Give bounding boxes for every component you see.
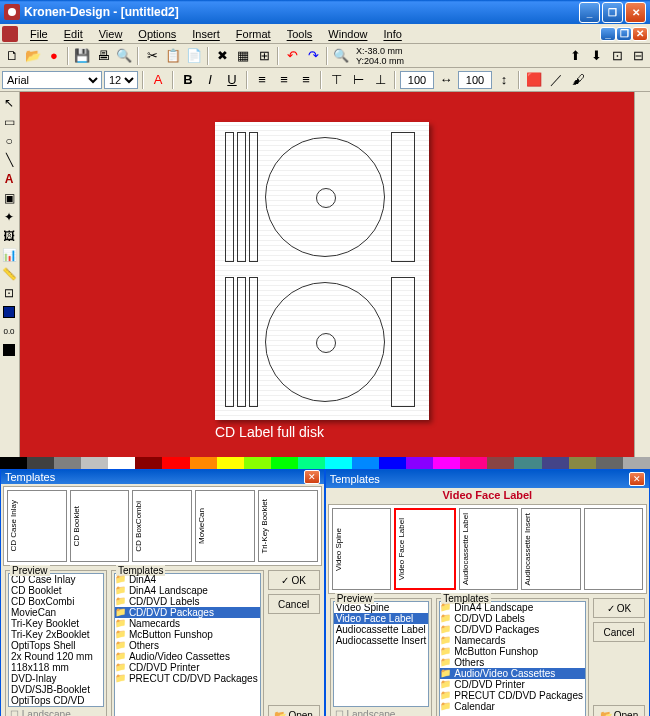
dialog2-cancel-button[interactable]: Cancel [593,622,645,642]
thumbnail-item[interactable]: CD BoxCombi [132,490,192,562]
thumbnail-item[interactable] [584,508,643,590]
dialog2-templates-tree[interactable]: DinA4 LandscapeCD/DVD LabelsCD/DVD Packa… [439,601,586,716]
list-item[interactable]: OptiTops Shell [9,640,103,651]
tree-item[interactable]: CD/DVD Labels [440,613,585,624]
menu-info[interactable]: Info [375,26,409,42]
bold-button[interactable]: B [178,70,198,90]
list-item[interactable]: OptiTops CD/VD [9,695,103,706]
save-button[interactable]: 💾 [72,46,92,66]
color-palette-strip[interactable] [0,457,650,469]
rect-tool[interactable]: ▭ [0,113,18,131]
dialog2-preview-list[interactable]: Video SpineVideo Face LabelAudiocassette… [333,601,430,707]
tree-item[interactable]: McButton Funshop [115,629,260,640]
list-item[interactable]: DVD-Inlay [9,673,103,684]
list-item[interactable]: CD BoxCombi [9,596,103,607]
dialog1-ok-button[interactable]: ✓ OK [268,570,320,590]
menu-insert[interactable]: Insert [184,26,228,42]
align-left[interactable]: ≡ [252,70,272,90]
list-item[interactable]: 118x118 mm [9,662,103,673]
undo-button[interactable]: ↶ [282,46,302,66]
list-item[interactable]: MovieCan [9,607,103,618]
valign-bot[interactable]: ⊥ [370,70,390,90]
align-center[interactable]: ≡ [274,70,294,90]
fontcolor-button[interactable]: A [148,70,168,90]
paste-button[interactable]: 📄 [184,46,204,66]
tree-item[interactable]: Namecards [440,635,585,646]
dialog2-ok-button[interactable]: ✓ OK [593,598,645,618]
tree-item[interactable]: Others [115,640,260,651]
dialog1-templates-tree[interactable]: DinA4DinA4 LandscapeCD/DVD LabelsCD/DVD … [114,573,261,716]
snap-button[interactable]: ⊞ [254,46,274,66]
list-item[interactable]: Tri-Key Booklet [9,618,103,629]
valign-top[interactable]: ⊤ [326,70,346,90]
tree-item[interactable]: CD/DVD Packages [440,624,585,635]
tree-item[interactable]: DinA4 Landscape [440,602,585,613]
open-button[interactable]: 📂 [23,46,43,66]
tree-item[interactable]: PRECUT CD/DVD Packages [115,673,260,684]
dialog1-titlebar[interactable]: Templates ✕ [1,470,324,484]
tree-item[interactable]: DinA4 Landscape [115,585,260,596]
new-button[interactable]: 🗋 [2,46,22,66]
line-button[interactable]: ／ [546,70,566,90]
dialog1-cancel-button[interactable]: Cancel [268,594,320,614]
tree-item[interactable]: McButton Funshop [440,646,585,657]
image-tool[interactable]: 🖼 [0,227,18,245]
brush-button[interactable]: 🖌 [568,70,588,90]
thumbnail-item[interactable]: Audiocassette Insert [521,508,580,590]
tree-item[interactable]: Others [440,657,585,668]
tree-item[interactable]: CD/DVD Packages [115,607,260,618]
list-item[interactable]: Audiocassette Label [334,624,429,635]
copy-button[interactable]: 📋 [163,46,183,66]
text-tool[interactable]: A [0,170,18,188]
delete-button[interactable]: ✖ [212,46,232,66]
redo-button[interactable]: ↷ [303,46,323,66]
compass-tool[interactable]: ✦ [0,208,18,226]
dialog1-open-button[interactable]: 📂 Open [268,705,320,716]
menu-view[interactable]: View [91,26,131,42]
zoom-button[interactable]: 🔍 [331,46,351,66]
minimize-button[interactable]: _ [579,2,600,23]
thumbnail-item[interactable]: Video Spine [332,508,391,590]
zoom-h-input[interactable] [400,71,434,89]
thumbnail-item[interactable]: CD Booklet [70,490,130,562]
menu-format[interactable]: Format [228,26,279,42]
crop-tool[interactable]: ⊡ [0,284,18,302]
mdi-restore[interactable]: ❐ [616,27,632,41]
font-size-select[interactable]: 12 [104,71,138,89]
layer-fwd[interactable]: ⬆ [565,46,585,66]
disc-button[interactable]: ● [44,46,64,66]
thumbnail-item[interactable]: MovieCan [195,490,255,562]
thumbnail-item[interactable]: Tri-Key Booklet [258,490,318,562]
tree-item[interactable]: Audio/Video Cassettes [440,668,585,679]
list-item[interactable]: DVD/SJB-Booklet [9,684,103,695]
mdi-minimize[interactable]: _ [600,27,616,41]
menu-file[interactable]: File [22,26,56,42]
vertical-scrollbar[interactable] [634,92,650,457]
menu-window[interactable]: Window [320,26,375,42]
stroke-swatch[interactable] [0,341,18,359]
print-button[interactable]: 🖶 [93,46,113,66]
list-item[interactable]: Audiocassette Insert [334,635,429,646]
thumbnail-item[interactable]: CD Case Inlay [7,490,67,562]
fill-button[interactable]: 🟥 [524,70,544,90]
ungroup-button[interactable]: ⊟ [628,46,648,66]
preview-button[interactable]: 🔍 [114,46,134,66]
valign-mid[interactable]: ⊢ [348,70,368,90]
thumbnail-item[interactable]: Audiocassette Label [459,508,518,590]
list-item[interactable]: Tri-Key 2xBooklet [9,629,103,640]
line-tool[interactable]: ╲ [0,151,18,169]
italic-button[interactable]: I [200,70,220,90]
textbox-tool[interactable]: ▣ [0,189,18,207]
list-item[interactable]: 2x Round 120 mm [9,651,103,662]
tree-item[interactable]: CD/DVD Printer [115,662,260,673]
dialog2-close[interactable]: ✕ [629,472,645,486]
canvas-area[interactable]: CD Label full disk [20,92,634,457]
dialog1-close[interactable]: ✕ [304,470,320,484]
tree-item[interactable]: DinA4 [115,574,260,585]
font-name-select[interactable]: Arial [2,71,102,89]
menu-edit[interactable]: Edit [56,26,91,42]
thumbnail-item[interactable]: Video Face Label [394,508,455,590]
dialog1-preview-list[interactable]: CD Case InlayCD BookletCD BoxCombiMovieC… [8,573,104,707]
list-item[interactable]: Video Face Label [334,613,429,624]
layer-back[interactable]: ⬇ [586,46,606,66]
